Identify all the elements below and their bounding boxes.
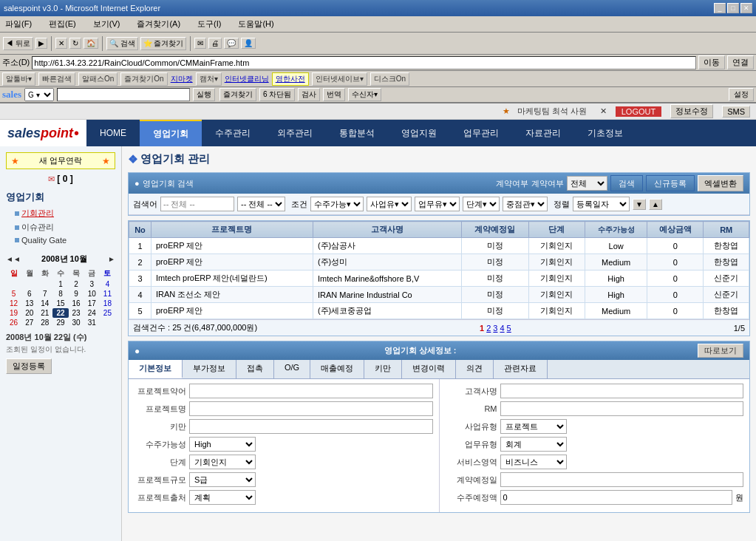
- tab-history[interactable]: 변경이력: [402, 360, 456, 378]
- cal-cell[interactable]: 9: [69, 289, 84, 299]
- sidebar-item-issue[interactable]: 이슈관리: [6, 220, 115, 234]
- nav-item-sales-support[interactable]: 영업지원: [388, 120, 450, 146]
- stage-filter[interactable]: 단계▾: [463, 197, 500, 211]
- cal-cell[interactable]: 31: [84, 318, 100, 327]
- stage-select[interactable]: 기회인지 제안 협상: [189, 455, 256, 469]
- cal-cell[interactable]: 28: [37, 318, 52, 327]
- menu-help[interactable]: 도움말(H): [235, 17, 276, 31]
- new-register-btn[interactable]: 신규등록: [646, 175, 695, 191]
- sidebar-item-quality[interactable]: Quality Gate: [6, 234, 115, 246]
- nav-item-analysis[interactable]: 통합분석: [326, 120, 388, 146]
- go-btn[interactable]: 이동: [698, 55, 725, 69]
- detail-separate-btn[interactable]: 따로보기: [698, 344, 743, 358]
- probability-select[interactable]: High Medium Low: [189, 437, 256, 452]
- tab-keyman[interactable]: 키만: [364, 360, 402, 378]
- project-name-input[interactable]: [189, 401, 433, 416]
- cal-cell[interactable]: 21: [37, 308, 52, 318]
- address-input[interactable]: [32, 56, 696, 69]
- cal-cell[interactable]: 24: [84, 308, 100, 318]
- cal-cell[interactable]: 15: [52, 299, 68, 308]
- menu-view[interactable]: 보기(V): [90, 17, 123, 31]
- schedule-register-btn[interactable]: 일정등록: [6, 358, 52, 374]
- link-alpass[interactable]: 알패스On: [78, 72, 118, 86]
- google-favorites-btn[interactable]: 즐겨찾기: [219, 88, 256, 101]
- print-btn[interactable]: 🖨: [208, 38, 222, 49]
- cal-cell[interactable]: 18: [100, 299, 115, 308]
- priority-filter[interactable]: 중점관▾: [503, 197, 548, 211]
- link-altools[interactable]: 알툴바▾: [2, 72, 35, 86]
- link-gmarket[interactable]: 지마켓: [171, 74, 193, 84]
- menu-edit[interactable]: 편집(E): [46, 17, 79, 31]
- forward-btn[interactable]: ▶: [35, 38, 47, 49]
- cal-cell[interactable]: 5: [6, 289, 21, 299]
- page-link-4[interactable]: 4: [500, 324, 504, 333]
- sms-btn[interactable]: SMS: [722, 106, 750, 118]
- cal-cell[interactable]: 17: [84, 299, 100, 308]
- nav-item-order-management[interactable]: 수주관리: [202, 120, 264, 146]
- project-source-select[interactable]: 계획 공고: [189, 490, 256, 505]
- cal-cell[interactable]: 10: [84, 289, 100, 299]
- sidebar-item-opportunity[interactable]: 기회관리: [6, 206, 115, 220]
- google-select[interactable]: G ▾: [24, 88, 54, 101]
- favorites-star-btn[interactable]: ⭐ 즐겨찾기: [140, 37, 187, 50]
- tab-extra[interactable]: 부가정보: [183, 360, 236, 378]
- business-type-filter[interactable]: 사업유▾: [367, 197, 412, 211]
- search-btn[interactable]: 🔍 검색: [106, 37, 138, 50]
- table-row[interactable]: 1proERP 제안(주)삼공사미정기회인지Low0한창엽: [129, 238, 749, 254]
- business-type-select[interactable]: 프로젝트 용역: [500, 419, 567, 434]
- cal-cell[interactable]: [21, 279, 37, 289]
- nav-item-outsource[interactable]: 외주관리: [264, 120, 326, 146]
- work-type-filter[interactable]: 업무유▾: [415, 197, 460, 211]
- cal-cell[interactable]: 8: [52, 289, 68, 299]
- service-area-select[interactable]: 비즈니스 기술: [500, 455, 567, 469]
- link-disk[interactable]: 디스크On: [370, 72, 409, 86]
- link-favorites[interactable]: 즐겨찾기On: [120, 72, 167, 86]
- cal-next-btn[interactable]: ►: [108, 255, 115, 263]
- contract-amount-input[interactable]: [500, 490, 733, 505]
- page-link-3[interactable]: 3: [493, 324, 497, 333]
- cal-cell[interactable]: 12: [6, 299, 21, 308]
- page-link-2[interactable]: 2: [486, 324, 491, 333]
- nav-item-data[interactable]: 자료관리: [512, 120, 574, 146]
- cal-cell[interactable]: 6: [21, 289, 37, 299]
- cal-cell[interactable]: 30: [69, 318, 84, 327]
- logout-btn[interactable]: LOGOUT: [616, 106, 661, 117]
- settings-btn[interactable]: 설정: [729, 88, 754, 101]
- tab-contact[interactable]: 접촉: [236, 360, 274, 378]
- info-btn[interactable]: 정보수정: [670, 104, 713, 118]
- link-quicksearch[interactable]: 빠른검색: [38, 72, 75, 86]
- cal-cell[interactable]: 3: [84, 279, 100, 289]
- contract-date-input[interactable]: [500, 472, 744, 487]
- page-link-1[interactable]: 1: [480, 324, 484, 333]
- menu-file[interactable]: 파일(F): [2, 17, 35, 31]
- google-search-btn[interactable]: 실행: [193, 88, 215, 101]
- project-code-input[interactable]: [189, 384, 433, 398]
- cal-cell[interactable]: 19: [6, 308, 21, 318]
- cal-cell[interactable]: -: [100, 318, 115, 327]
- cal-cell[interactable]: 2: [69, 279, 84, 289]
- excel-convert-btn[interactable]: 엑셀변환: [698, 175, 743, 191]
- check-btn[interactable]: 검사: [298, 88, 320, 101]
- cal-cell[interactable]: 14: [37, 299, 52, 308]
- rm-input[interactable]: [500, 401, 744, 416]
- translate-btn[interactable]: 번역: [323, 88, 345, 101]
- cal-cell[interactable]: [37, 279, 52, 289]
- table-row[interactable]: 4IRAN 조선소 제안IRAN Marine Industrial Co미정기…: [129, 287, 749, 303]
- keyman-input[interactable]: [189, 419, 433, 434]
- menu-favorites[interactable]: 즐겨찾기(A): [134, 17, 183, 31]
- cal-cell-today[interactable]: 22: [52, 308, 68, 318]
- search-execute-btn[interactable]: 검색: [610, 175, 643, 191]
- probability-filter[interactable]: 수주가능▾ Low Medium High: [310, 197, 364, 211]
- link-internetsave[interactable]: 인터넷세이브▾: [312, 72, 367, 86]
- tab-sales[interactable]: 매출예정: [310, 360, 364, 378]
- cal-cell[interactable]: 16: [69, 299, 84, 308]
- sort-dir-btn[interactable]: ▼: [633, 199, 646, 210]
- cal-cell[interactable]: 23: [69, 308, 84, 318]
- discuss-btn[interactable]: 💬: [224, 38, 239, 49]
- nav-item-sales-opportunity[interactable]: 영업기회: [140, 120, 202, 146]
- table-row[interactable]: 5proERP 제안(주)세코중공업미정기회인지Medium0한창엽: [129, 303, 749, 319]
- menu-tools[interactable]: 도구(I): [194, 17, 224, 31]
- link-dictionary[interactable]: 영한사전: [272, 72, 309, 86]
- cal-cell[interactable]: 27: [21, 318, 37, 327]
- tab-opinion[interactable]: 의견: [456, 360, 494, 378]
